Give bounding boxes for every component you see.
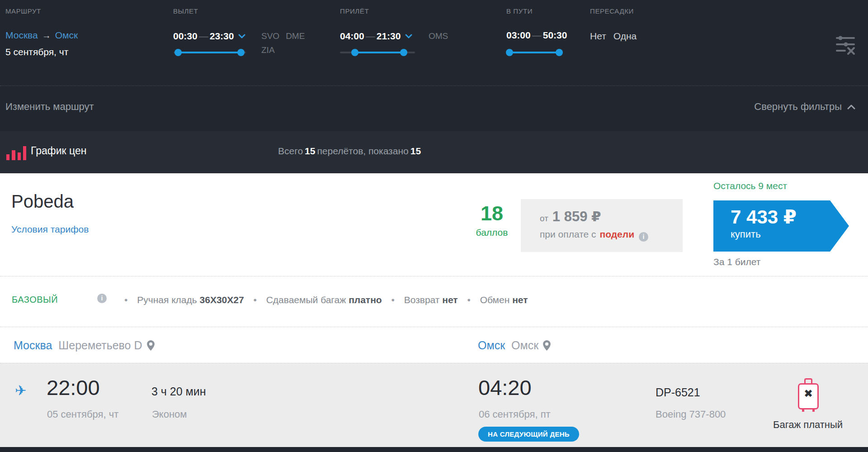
departure-time-from: 00:30 xyxy=(173,31,198,41)
filters-footer-row: Изменить маршрут Свернуть фильтры xyxy=(0,86,868,131)
buy-button-label: купить xyxy=(731,228,849,240)
arrival-date: 06 сентября, пт xyxy=(479,409,551,420)
slider-handle-right[interactable] xyxy=(237,49,245,56)
collapse-filters-button[interactable]: Свернуть фильтры xyxy=(754,101,855,113)
baggage-paid-icon: ✖ xyxy=(798,383,819,409)
arrival-city-link[interactable]: Омск xyxy=(478,339,505,352)
bar-chart-icon[interactable] xyxy=(6,143,26,160)
total-flights-count: 15 xyxy=(303,146,317,156)
airport-filter-svo[interactable]: SVO xyxy=(261,31,279,41)
route-arrow-icon: → xyxy=(42,30,51,40)
flight-search-page: МАРШРУТ ВЫЛЕТ ПРИЛЁТ В ПУТИ ПЕРЕСАДКИ Мо… xyxy=(0,0,868,452)
bullet-separator: • xyxy=(253,295,256,305)
price-chart-band: График цен Всего15перелётов, показано15 xyxy=(0,131,868,173)
summary-word: Всего xyxy=(278,146,303,156)
departure-city-link[interactable]: Москва xyxy=(14,339,52,352)
baggage-note: Багаж платный xyxy=(773,419,843,431)
airline-name: Pobeda xyxy=(11,191,74,212)
slider-handle-left[interactable] xyxy=(351,49,359,56)
route-date: 5 сентября, чт xyxy=(5,47,68,57)
info-icon[interactable]: i xyxy=(97,294,107,303)
route-from-link[interactable]: Москва xyxy=(5,30,38,40)
transfers-column-label: ПЕРЕСАДКИ xyxy=(590,7,634,15)
flight-number: DP-6521 xyxy=(656,386,700,399)
bullet-separator: • xyxy=(124,295,127,305)
fare-conditions-row: БАЗОВЫЙ i • Ручная кладь 36X30X27 • Сдав… xyxy=(0,276,868,327)
suitcase-handle xyxy=(804,378,812,384)
per-ticket-note: За 1 билет xyxy=(713,257,760,267)
chevron-down-icon[interactable] xyxy=(238,30,245,41)
fare-conditions-link[interactable]: Условия тарифов xyxy=(11,224,89,235)
flight-duration: 3 ч 20 мин xyxy=(151,385,206,398)
arrival-airport-name: Омск xyxy=(511,339,538,352)
arrival-city-block: ОмскОмск xyxy=(478,339,551,352)
arrival-time-filter[interactable]: 04:00—21:30 xyxy=(340,30,412,42)
departure-airport-name: Шереметьево D xyxy=(58,339,142,352)
from-prefix: от xyxy=(540,214,548,223)
shown-flights-count: 15 xyxy=(409,146,423,156)
departure-time-to: 23:30 xyxy=(210,31,234,41)
slider-fill xyxy=(354,52,404,53)
bullet-separator: • xyxy=(467,295,471,305)
bullet-separator: • xyxy=(391,295,394,305)
duration-to: 50:30 xyxy=(543,30,567,40)
departure-time-filter[interactable]: 00:30—23:30 xyxy=(173,30,245,42)
next-day-badge: НА СЛЕДУЮЩИЙ ДЕНЬ xyxy=(478,427,579,442)
flights-summary: Всего15перелётов, показано15 xyxy=(278,146,423,157)
arrival-time: 04:20 xyxy=(478,375,532,400)
slider-handle-right[interactable] xyxy=(400,49,407,56)
slider-fill xyxy=(509,52,560,53)
chevron-down-icon[interactable] xyxy=(405,30,412,41)
duration-filter: 03:00—50:30 xyxy=(506,30,567,41)
buy-button[interactable]: 7 433 ₽ купить xyxy=(713,200,849,252)
filters-panel: МАРШРУТ ВЫЛЕТ ПРИЛЁТ В ПУТИ ПЕРЕСАДКИ Мо… xyxy=(0,0,868,86)
airport-filter-dme[interactable]: DME xyxy=(286,31,305,41)
info-icon[interactable]: i xyxy=(639,232,648,242)
chevron-up-icon xyxy=(847,105,855,109)
arrival-time-slider[interactable] xyxy=(340,49,415,56)
fare-item-value: 36X30X27 xyxy=(200,295,244,305)
departure-time-slider[interactable] xyxy=(174,49,246,56)
airport-filter-oms[interactable]: OMS xyxy=(429,31,448,41)
route-to-link[interactable]: Омск xyxy=(55,30,78,40)
slider-fill xyxy=(177,52,240,53)
fare-item-label: Сдаваемый багаж xyxy=(266,295,346,305)
price-chart-button[interactable]: График цен xyxy=(31,145,86,157)
plane-icon: ✈ xyxy=(15,382,27,399)
offer-card: Pobeda Условия тарифов 18 баллов от1 859… xyxy=(0,173,868,276)
departure-city-block: МоскваШереметьево D xyxy=(14,339,155,352)
fare-item-label: Обмен xyxy=(480,295,510,305)
podeli-brand-logo: подели xyxy=(600,229,635,239)
points-value: 18 xyxy=(465,203,519,224)
departure-date: 05 сентября, чт xyxy=(47,409,118,420)
fare-item-value: нет xyxy=(512,295,528,305)
fare-item-label: Ручная кладь xyxy=(137,295,197,305)
map-pin-icon[interactable] xyxy=(147,340,155,351)
map-pin-icon[interactable] xyxy=(543,340,551,351)
airport-filter-zia[interactable]: ZIA xyxy=(261,45,275,55)
fare-items: • Ручная кладь 36X30X27 • Сдаваемый бага… xyxy=(118,295,528,305)
edit-route-button[interactable]: Изменить маршрут xyxy=(5,101,94,113)
x-icon: ✖ xyxy=(799,387,817,400)
slider-handle-right[interactable] xyxy=(556,49,563,56)
seats-left-note: Осталось 9 мест xyxy=(713,181,787,191)
duration-slider[interactable] xyxy=(507,49,561,56)
suitcase-foot xyxy=(812,409,815,412)
aircraft-model: Boeing 737-800 xyxy=(656,409,726,420)
arrival-airport-filters: OMS xyxy=(429,29,454,43)
slider-handle-left[interactable] xyxy=(506,49,513,56)
installment-offer-box: от1 859 ₽ при оплате споделиi xyxy=(521,199,683,252)
slider-handle-left[interactable] xyxy=(175,49,182,56)
fare-item-value: нет xyxy=(442,295,458,305)
route-cities: Москва→Омск xyxy=(5,30,78,41)
arrival-time-from: 04:00 xyxy=(340,31,364,41)
transfers-one-option[interactable]: Одна xyxy=(613,31,637,41)
fare-name: БАЗОВЫЙ xyxy=(12,295,58,305)
points-block: 18 баллов xyxy=(465,203,519,238)
transfer-options: НетОдна xyxy=(590,31,644,42)
reset-filters-icon[interactable] xyxy=(836,34,855,57)
flight-segment-row: ✈ 22:00 05 сентября, чт 3 ч 20 мин Эконо… xyxy=(0,363,868,447)
departure-airport-filters: SVODME ZIA xyxy=(261,29,311,57)
transfers-none-option[interactable]: Нет xyxy=(590,31,606,41)
fare-item-value: платно xyxy=(349,295,382,305)
